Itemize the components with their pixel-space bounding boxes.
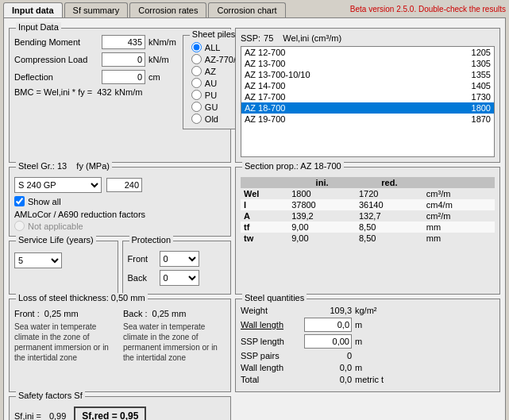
- fy-field[interactable]: [106, 178, 142, 192]
- ssp-item-2[interactable]: AZ 13-7001305: [241, 58, 494, 69]
- qty-wall2-value: 0,0: [304, 363, 352, 372]
- prop-label-tw: tw: [241, 233, 288, 244]
- tab-input-data[interactable]: Input data: [3, 2, 63, 17]
- compression-load-field[interactable]: [102, 52, 145, 67]
- prop-row-tf: tf 9,00 8,50 mm: [241, 222, 495, 233]
- tab-corrosion-rates[interactable]: Corrosion rates: [129, 2, 206, 17]
- ssp-item-3[interactable]: AZ 13-700-10/101355: [241, 69, 494, 80]
- tab-corrosion-chart[interactable]: Corrosion chart: [208, 2, 285, 17]
- qty-total-value: 0,0: [304, 375, 352, 384]
- ssp-label: SSP:: [241, 33, 260, 43]
- radio-old[interactable]: [191, 114, 202, 124]
- prop-ini-a: 139,2: [288, 210, 356, 222]
- not-applicable-radio[interactable]: [14, 221, 25, 231]
- qty-wall-unit: m: [355, 320, 362, 329]
- ssp-item-4[interactable]: AZ 14-7001405: [241, 80, 494, 91]
- steel-panel: Steel Gr.: 13 fy (MPa) S 240 GP Show all…: [9, 167, 231, 237]
- input-data-panel: Input Data Bending Moment kNm/m Compress…: [9, 28, 231, 163]
- radio-az[interactable]: [191, 66, 202, 76]
- radio-pu-label: PU: [205, 91, 217, 100]
- radio-gu[interactable]: [191, 102, 202, 112]
- bending-moment-field[interactable]: [102, 35, 145, 49]
- prop-unit-wel: cm³/m: [423, 188, 495, 199]
- compression-load-unit: kN/m: [148, 55, 169, 64]
- sf-red-box: Sf,red = 0,95: [74, 407, 146, 420]
- loss-back-value: 0,25 mm: [152, 309, 187, 318]
- prot-front-select[interactable]: 0: [160, 251, 199, 267]
- qty-wall-field[interactable]: [304, 318, 352, 332]
- wel-ini-label: Wel,ini (cm³/m): [283, 33, 341, 43]
- prop-red-i: 36140: [356, 199, 423, 210]
- loss-panel: Loss of steel thickness: 0,50 mm Front :…: [9, 299, 231, 392]
- radio-az770[interactable]: [191, 54, 202, 64]
- safety-title: Safety factors Sf: [16, 391, 85, 400]
- steel-qty-panel: Steel quantities Weight 109,3 kg/m² Wall…: [235, 299, 500, 392]
- qty-weight-unit: kg/m²: [355, 306, 377, 315]
- amloco-label: AMLoCor / A690 reduction factors: [14, 210, 145, 219]
- ssp-value: 75: [264, 33, 273, 43]
- prop-unit-tw: mm: [423, 233, 495, 244]
- prop-unit-i: cm4/m: [423, 199, 495, 210]
- ssp-item-7[interactable]: AZ 19-7001870: [241, 114, 494, 125]
- prop-row-i: I 37800 36140 cm4/m: [241, 199, 495, 210]
- ssp-item-6[interactable]: AZ 18-7001800: [241, 102, 494, 114]
- row3: Loss of steel thickness: 0,50 mm Front :…: [9, 299, 500, 392]
- radio-all[interactable]: [191, 42, 202, 52]
- qty-ssp-pairs-label: SSP pairs: [241, 351, 304, 360]
- prot-back-label: Back: [128, 273, 160, 283]
- prot-back-select[interactable]: 0: [160, 270, 199, 286]
- loss-front-value: 0,25 mm: [44, 309, 79, 318]
- qty-wall2-unit: m: [355, 363, 362, 372]
- section-prop-panel: Section prop.: AZ 18-700 ini. red. Wel 1…: [235, 167, 500, 295]
- service-life-panel: Service Life (years) 5: [9, 241, 118, 295]
- compression-load-label: Compression Load: [14, 55, 102, 64]
- deflection-field[interactable]: [102, 70, 145, 84]
- bmc-label: BMC = Wel,ini * fy =: [14, 87, 92, 97]
- ssp-list[interactable]: AZ 12-7001205 AZ 13-7001305 AZ 13-700-10…: [241, 47, 494, 156]
- radio-az-label: AZ: [205, 67, 216, 76]
- protection-title: Protection: [129, 235, 174, 245]
- radio-au-label: AU: [205, 79, 217, 88]
- not-applicable-label: Not applicable: [28, 222, 83, 231]
- radio-old-label: Old: [205, 114, 218, 124]
- service-life-select[interactable]: 5: [14, 252, 62, 268]
- ssp-item-1[interactable]: AZ 12-7001205: [241, 47, 494, 58]
- prop-row-a: A 139,2 132,7 cm²/m: [241, 210, 495, 222]
- bending-moment-label: Bending Moment: [14, 37, 102, 47]
- loss-title: Loss of steel thickness: 0,50 mm: [16, 293, 148, 302]
- prop-col-unit: [423, 177, 495, 188]
- qty-total-label: Total: [241, 375, 304, 384]
- prop-ini-wel: 1800: [288, 188, 356, 199]
- qty-total-unit: metric t: [355, 375, 384, 384]
- prop-col-ini: ini.: [288, 177, 356, 188]
- bmc-value: 432: [97, 87, 111, 97]
- ssp-panel: SSP: 75 Wel,ini (cm³/m) AZ 12-7001205 AZ…: [235, 28, 500, 163]
- prop-label-i: I: [241, 199, 288, 210]
- radio-pu[interactable]: [191, 90, 202, 100]
- steel-title: Steel Gr.: 13 fy (MPa): [16, 161, 112, 171]
- ssp-item-5[interactable]: AZ 17-7001730: [241, 91, 494, 102]
- protection-panel: Protection Front 0 Back 0: [122, 241, 232, 295]
- prop-red-tw: 8,50: [356, 233, 423, 244]
- deflection-unit: cm: [148, 72, 160, 82]
- tabs-bar: Input data Sf summary Corrosion rates Co…: [0, 0, 509, 17]
- safety-panel: Safety factors Sf Sf,ini = 0,99 Sf,red =…: [9, 396, 231, 420]
- loss-front-desc: Sea water in temperate climate in the zo…: [14, 322, 109, 362]
- show-all-checkbox[interactable]: [14, 196, 25, 206]
- prot-front-label: Front: [128, 254, 160, 264]
- beta-notice: Beta version 2.5.0. Double-check the res…: [350, 5, 506, 16]
- qty-ssp-length-field[interactable]: [304, 334, 352, 349]
- tab-sf-summary[interactable]: Sf summary: [64, 2, 129, 17]
- prop-label-wel: Wel: [241, 188, 288, 199]
- qty-wall2-label: Wall length: [241, 363, 304, 372]
- prop-red-wel: 1720: [356, 188, 423, 199]
- bending-moment-unit: kNm/m: [148, 37, 176, 47]
- prop-label-tf: tf: [241, 222, 288, 233]
- steel-grade-select[interactable]: S 240 GP: [14, 177, 102, 193]
- radio-all-label: ALL: [205, 43, 221, 52]
- row2: Steel Gr.: 13 fy (MPa) S 240 GP Show all…: [9, 167, 500, 295]
- radio-au[interactable]: [191, 78, 202, 88]
- row4: Safety factors Sf Sf,ini = 0,99 Sf,red =…: [9, 396, 500, 420]
- input-data-title: Input Data: [16, 22, 61, 32]
- prop-unit-tf: mm: [423, 222, 495, 233]
